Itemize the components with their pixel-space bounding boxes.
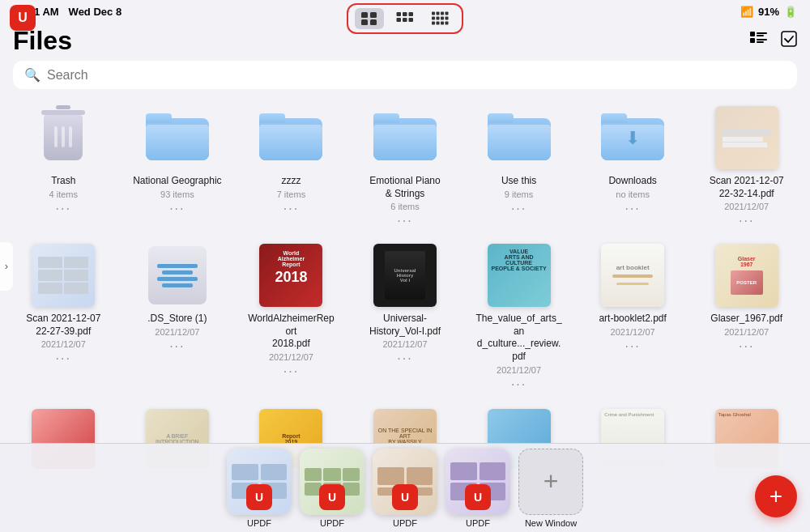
folder-thumb-use <box>487 105 552 170</box>
svg-rect-13 <box>446 12 449 15</box>
file-meta-use: 9 items <box>505 189 533 199</box>
file-item-zzzz[interactable]: zzzz 7 items ··· <box>234 97 348 235</box>
svg-rect-5 <box>403 12 407 16</box>
updf-badge-3: U <box>392 484 418 510</box>
updf-badge-4: U <box>465 484 491 510</box>
file-more-value[interactable]: ··· <box>511 377 526 392</box>
file-more-trash[interactable]: ··· <box>56 202 71 216</box>
dock-label-updf-4: UPDF <box>466 518 490 528</box>
file-more-history[interactable]: ··· <box>397 351 412 366</box>
file-meta-glaser: 2021/12/07 <box>724 327 769 337</box>
svg-rect-6 <box>409 12 414 16</box>
file-meta-zzzz: 7 items <box>277 189 305 199</box>
file-item-art[interactable]: art booklet art-booklet2.pdf 2021/12/07 … <box>576 235 690 398</box>
svg-rect-26 <box>757 39 767 40</box>
ds-store-thumb <box>145 243 210 308</box>
search-input[interactable] <box>47 68 786 83</box>
file-item-emotional-piano[interactable]: Emotional Piano& Strings 6 items ··· <box>348 97 463 235</box>
svg-rect-25 <box>750 38 755 43</box>
file-more-scan1[interactable]: ··· <box>739 214 754 228</box>
file-meta-value: 2021/12/07 <box>497 365 541 375</box>
pdf-thumb-value: VALUEARTS AND CULTUREPEOPLE & SOCIETY <box>487 243 552 308</box>
svg-rect-18 <box>432 22 435 25</box>
dock-app-updf-2[interactable]: U UPDF <box>300 449 364 528</box>
view-btn-small[interactable] <box>426 8 455 29</box>
dock-thumb-updf-4: U <box>446 449 510 515</box>
checkmark-icon[interactable] <box>781 31 797 51</box>
dock-label-updf-3: UPDF <box>393 518 417 528</box>
file-name-piano: Emotional Piano& Strings <box>369 175 440 200</box>
file-more-zzzz[interactable]: ··· <box>284 202 299 216</box>
file-item-use-this[interactable]: Use this 9 items ··· <box>462 97 576 235</box>
svg-rect-21 <box>446 22 449 25</box>
svg-rect-17 <box>446 17 449 20</box>
new-window-button[interactable]: + New Window <box>518 449 583 528</box>
svg-rect-1 <box>370 12 377 18</box>
file-meta-ds: 2021/12/07 <box>155 327 199 337</box>
file-name-ds: .DS_Store (1) <box>147 313 207 326</box>
file-item-glaser[interactable]: Glaser1967 POSTER Glaser_1967.pdf 2021/1… <box>689 235 804 398</box>
file-more-use[interactable]: ··· <box>511 202 526 216</box>
file-item-scan2[interactable]: Scan 2021-12-0722-27-39.pdf 2021/12/07 ·… <box>6 235 121 398</box>
bottom-dock: U UPDF U UPDF <box>0 443 810 532</box>
file-more-world[interactable]: ··· <box>284 364 299 379</box>
svg-rect-4 <box>397 12 402 16</box>
file-more-art[interactable]: ··· <box>625 339 640 354</box>
file-more-piano[interactable]: ··· <box>397 214 412 228</box>
pdf-thumb-history: UniversalHistoryVol I <box>373 243 437 308</box>
folder-thumb-ng <box>145 105 210 170</box>
file-item-scan1[interactable]: Scan 2021-12-0722-32-14.pdf 2021/12/07 ·… <box>689 97 804 235</box>
view-btn-large[interactable] <box>355 8 384 29</box>
file-meta-downloads: no items <box>616 189 650 199</box>
pdf-thumb-glaser: Glaser1967 POSTER <box>714 243 779 308</box>
app-icon[interactable]: U <box>10 5 36 31</box>
pdf-thumb-world: WorldAlzheimerReport 2018 <box>258 243 323 308</box>
file-name-value: The_value_of_arts_and_culture..._review.… <box>475 313 564 363</box>
svg-rect-27 <box>757 41 764 43</box>
trash-thumb <box>31 105 96 170</box>
svg-rect-3 <box>370 19 377 25</box>
status-right: 📶 91% 🔋 <box>740 6 797 18</box>
dock-app-updf-1[interactable]: U UPDF <box>227 449 292 528</box>
svg-rect-19 <box>437 22 440 25</box>
status-date: Wed Dec 8 <box>69 6 122 18</box>
dock-label-updf-2: UPDF <box>320 518 344 528</box>
file-more-downloads[interactable]: ··· <box>625 202 640 216</box>
file-item-value[interactable]: VALUEARTS AND CULTUREPEOPLE & SOCIETY Th… <box>462 235 576 398</box>
svg-rect-15 <box>437 17 440 20</box>
svg-rect-0 <box>361 12 368 18</box>
svg-rect-14 <box>432 17 435 20</box>
dock-app-updf-4[interactable]: U UPDF <box>446 449 510 528</box>
svg-rect-22 <box>750 32 755 36</box>
svg-rect-20 <box>441 22 444 25</box>
file-item-ds-store[interactable]: .DS_Store (1) 2021/12/07 ··· <box>121 235 235 398</box>
file-item-world[interactable]: WorldAlzheimerReport 2018 WorldAlzheimer… <box>234 235 348 398</box>
file-name-glaser: Glaser_1967.pdf <box>710 313 782 326</box>
file-meta-scan1: 2021/12/07 <box>724 202 769 211</box>
file-name-scan2: Scan 2021-12-0722-27-39.pdf <box>26 313 100 338</box>
file-more-scan2[interactable]: ··· <box>56 351 71 366</box>
file-item-history[interactable]: UniversalHistoryVol I Universal-History_… <box>348 235 463 398</box>
file-name-ng: National Geographic <box>133 175 221 188</box>
file-item-trash[interactable]: Trash 4 items ··· <box>6 97 121 235</box>
search-bar-wrap: 🔍 <box>0 61 810 97</box>
view-btn-medium[interactable] <box>390 8 420 29</box>
svg-rect-28 <box>782 32 796 46</box>
file-item-downloads[interactable]: ⬇ Downloads no items ··· <box>576 97 690 235</box>
svg-rect-12 <box>441 12 444 15</box>
dock-app-updf-3[interactable]: U UPDF <box>373 449 437 528</box>
file-meta-world: 2021/12/07 <box>269 352 313 362</box>
file-name-world: WorldAlzheimerReport2018.pdf <box>246 313 335 351</box>
file-more-ng[interactable]: ··· <box>169 202 185 216</box>
search-icon: 🔍 <box>24 67 40 83</box>
pdf-thumb-scan1 <box>714 105 779 170</box>
add-fab[interactable]: + <box>755 475 797 517</box>
file-item-national-geographic[interactable]: National Geographic 93 items ··· <box>121 97 235 235</box>
file-more-glaser[interactable]: ··· <box>739 339 754 354</box>
file-meta-piano: 6 items <box>390 202 419 211</box>
pdf-thumb-art: art booklet <box>600 243 665 308</box>
left-chevron[interactable]: › <box>0 242 13 291</box>
svg-rect-7 <box>397 18 402 22</box>
file-more-ds[interactable]: ··· <box>169 339 185 354</box>
list-view-icon[interactable] <box>750 32 768 50</box>
